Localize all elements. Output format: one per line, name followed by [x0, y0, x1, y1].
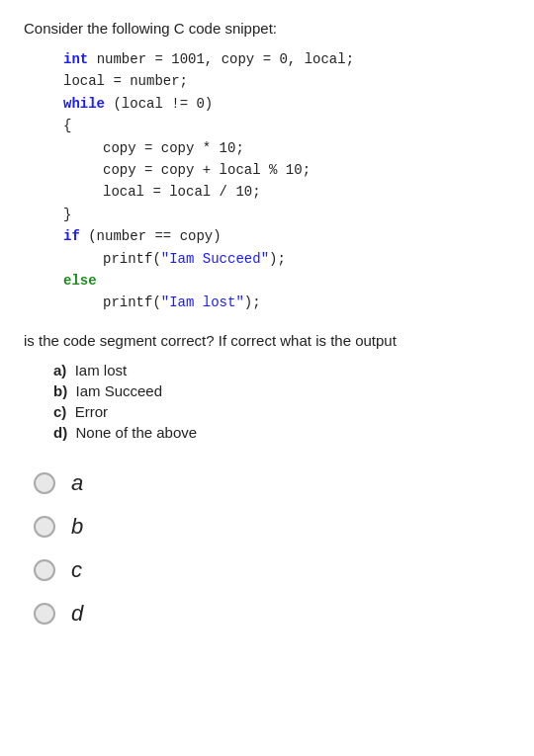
option-d: d) None of the above [53, 424, 510, 441]
option-a: a) Iam lost [53, 362, 510, 378]
radio-options-group: a b c d [34, 470, 510, 627]
code-string-1: "Iam Succeed" [161, 251, 269, 267]
code-printf-1-end: ); [269, 251, 286, 267]
radio-circle-d [34, 603, 55, 625]
code-printf-2: printf( [103, 294, 161, 310]
code-printf-1: printf( [103, 251, 161, 267]
code-line-7: (number == copy) [88, 228, 221, 244]
kw-if: if [63, 228, 80, 244]
code-line-4: copy = copy * 10; [103, 140, 244, 156]
code-line-3: (local != 0) [113, 96, 213, 112]
option-b: b) Iam Succeed [53, 382, 510, 399]
radio-circle-a [34, 472, 55, 494]
code-string-2: "Iam lost" [161, 294, 244, 310]
radio-option-b[interactable]: b [34, 514, 510, 540]
radio-label-d: d [71, 601, 83, 627]
code-line-5: copy = copy + local % 10; [103, 162, 311, 178]
code-block: int number = 1001, copy = 0, local; loca… [44, 48, 510, 314]
code-printf-2-end: ); [244, 294, 261, 310]
kw-else: else [63, 273, 97, 289]
kw-while: while [63, 96, 105, 112]
radio-circle-b [34, 516, 55, 538]
options-list: a) Iam lost b) Iam Succeed c) Error d) N… [53, 362, 510, 441]
code-line-6: local = local / 10; [103, 184, 261, 200]
code-line-2: local = number; [63, 73, 188, 89]
question-intro: Consider the following C code snippet: [24, 20, 510, 37]
code-line-1: number = 1001, copy = 0, local; [97, 51, 354, 67]
radio-option-a[interactable]: a [34, 470, 510, 496]
radio-circle-c [34, 559, 55, 581]
question-text: is the code segment correct? If correct … [24, 330, 510, 353]
radio-label-c: c [71, 557, 82, 583]
radio-label-a: a [71, 470, 83, 496]
code-brace-close: } [63, 207, 71, 222]
kw-int: int [63, 51, 88, 67]
option-c: c) Error [53, 403, 510, 420]
radio-option-c[interactable]: c [34, 557, 510, 583]
radio-option-d[interactable]: d [34, 601, 510, 627]
radio-label-b: b [71, 514, 83, 540]
code-brace-open: { [63, 118, 71, 133]
